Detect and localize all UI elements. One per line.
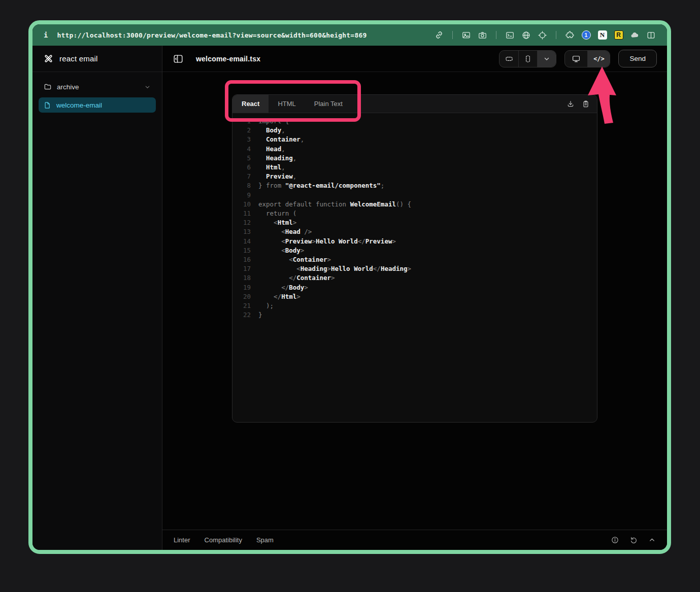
file-icon: [44, 101, 51, 109]
code-line: 18 </Container>: [240, 273, 597, 283]
collapse-sidebar-button[interactable]: [173, 53, 184, 64]
react-email-app: react email archive welcome-email: [32, 46, 667, 550]
address-bar[interactable]: http://localhost:3000/preview/welcome-em…: [57, 31, 366, 39]
code-line: 11 return (: [240, 209, 597, 218]
viewport-size-group: [499, 50, 556, 67]
panel-actions: [566, 95, 597, 113]
code-line: 16 <Container>: [240, 255, 597, 264]
code-line: 1import {: [240, 117, 597, 126]
bottom-toolbar: LinterCompatibilitySpam: [162, 530, 667, 550]
chevron-down-icon: [144, 84, 151, 90]
code-lines[interactable]: 1import {2 Body,3 Container,4 Head,5 Hea…: [232, 113, 597, 422]
code-line: 10export default function WelcomeEmail()…: [240, 200, 597, 209]
send-button[interactable]: Send: [618, 50, 657, 67]
refresh-icon[interactable]: [629, 536, 638, 544]
globe-icon[interactable]: [521, 30, 531, 40]
view-mode-group: </>: [564, 50, 610, 67]
browser-toolbar: i http://localhost:3000/preview/welcome-…: [32, 24, 667, 46]
code-line: 20 </Html>: [240, 292, 597, 301]
source-code-toggle-button[interactable]: </>: [587, 51, 610, 67]
viewport-width-button[interactable]: [499, 51, 518, 67]
viewport-presets-dropdown[interactable]: [537, 51, 556, 67]
main-header: welcome-email.tsx: [162, 46, 667, 72]
footer-tab-compatibility[interactable]: Compatibility: [205, 536, 242, 544]
footer-icons: [611, 536, 656, 544]
footer-tab-spam[interactable]: Spam: [256, 536, 274, 544]
code-line: 13 <Head />: [240, 227, 597, 236]
desktop-preview-button[interactable]: [565, 51, 587, 67]
crosshair-icon[interactable]: [538, 30, 547, 40]
notion-icon[interactable]: N: [597, 30, 607, 40]
code-line: 19 </Body>: [240, 283, 597, 292]
code-line: 8} from "@react-email/components";: [240, 181, 597, 190]
code-line: 14 <Preview>Hello World</Preview>: [240, 237, 597, 246]
download-icon[interactable]: [566, 100, 575, 108]
chevron-down-icon: [543, 55, 550, 62]
code-line: 5 Heading,: [240, 154, 597, 163]
split-view-icon[interactable]: [646, 30, 656, 40]
toolbar-divider: [556, 31, 556, 39]
screenshot-camera-icon[interactable]: [478, 30, 487, 40]
sidebar-folder-archive[interactable]: archive: [39, 80, 156, 94]
browser-toolbar-icons: 1 N R: [434, 30, 656, 40]
brand-label: react email: [59, 54, 98, 63]
footer-tabs: LinterCompatibilitySpam: [174, 536, 274, 544]
source-code-panel: ReactHTMLPlain Text 1import {2 Body,3 Co…: [232, 94, 597, 423]
code-line: 3 Container,: [240, 135, 597, 144]
copy-clipboard-icon[interactable]: [582, 100, 590, 108]
code-line: 21 );: [240, 301, 597, 310]
sidebar: react email archive welcome-email: [32, 46, 162, 550]
code-line: 6 Html,: [240, 163, 597, 172]
sidebar-item-welcome-email[interactable]: welcome-email: [39, 97, 156, 113]
code-line: 12 <Html>: [240, 218, 597, 227]
sidebar-item-label: welcome-email: [56, 101, 102, 109]
code-line: 7 Preview,: [240, 172, 597, 181]
terminal-icon[interactable]: [505, 30, 515, 40]
info-circle-icon[interactable]: [611, 536, 619, 544]
code-line: 22}: [240, 310, 597, 320]
tab-react[interactable]: React: [232, 95, 269, 113]
toolbar-divider: [496, 31, 496, 39]
folder-icon: [44, 83, 52, 91]
r-extension-icon[interactable]: R: [614, 30, 623, 40]
photo-icon[interactable]: [461, 30, 471, 40]
brand-row[interactable]: react email: [32, 46, 162, 72]
code-icon: </>: [593, 55, 605, 62]
share-link-icon[interactable]: [434, 30, 444, 40]
code-line: 9: [240, 191, 597, 200]
sidebar-nav: archive welcome-email: [32, 72, 162, 120]
onepassword-icon[interactable]: 1: [581, 30, 591, 40]
code-tabs: ReactHTMLPlain Text: [232, 95, 352, 113]
extensions-puzzle-icon[interactable]: [565, 30, 575, 40]
cloud-icon[interactable]: [630, 30, 640, 40]
monitor-icon: [572, 54, 581, 63]
chevron-up-icon[interactable]: [648, 536, 656, 544]
tab-html[interactable]: HTML: [269, 95, 305, 113]
main-panel: welcome-email.tsx: [162, 46, 667, 550]
code-line: 4 Head,: [240, 145, 597, 154]
react-email-logo-icon: [43, 53, 54, 64]
preview-content: ReactHTMLPlain Text 1import {2 Body,3 Co…: [162, 72, 667, 530]
folder-label: archive: [57, 83, 79, 91]
tabbar-spacer: [352, 95, 566, 113]
page-title: welcome-email.tsx: [196, 55, 260, 63]
tab-plain-text[interactable]: Plain Text: [305, 95, 352, 113]
browser-window: i http://localhost:3000/preview/welcome-…: [28, 20, 671, 554]
page-info-icon[interactable]: i: [44, 31, 48, 39]
toolbar-divider: [452, 31, 453, 39]
code-line: 17 <Heading>Hello World</Heading>: [240, 264, 597, 273]
code-line: 15 <Body>: [240, 246, 597, 255]
code-line: 2 Body,: [240, 126, 597, 135]
code-tabbar: ReactHTMLPlain Text: [232, 95, 597, 113]
footer-tab-linter[interactable]: Linter: [174, 536, 190, 544]
viewport-height-button[interactable]: [518, 51, 537, 67]
